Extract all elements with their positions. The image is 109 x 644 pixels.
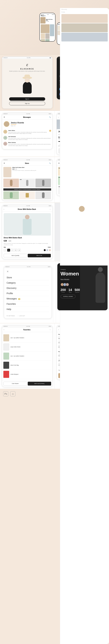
- status-bar-messages: VIRGIN ♥ 4:21 PM 100%: [2, 113, 52, 115]
- product-img-1: [3, 167, 11, 177]
- status-bar-splash: VIRGIN ♥ 4:21 PM ▮▮▮: [2, 57, 52, 59]
- fav-item-2[interactable]: Lamp Cotton Shorts: [3, 342, 51, 352]
- menu-item-discovery[interactable]: Discovery: [7, 286, 49, 291]
- product-detail-price: €29: [4, 240, 7, 242]
- credits-tools: Ps ◇: [3, 391, 15, 396]
- category-content: Category Women New Models 200 Product: [57, 266, 108, 302]
- msg-text-juli: Lorem ipsum dolor sit amet, consectetuer…: [8, 138, 51, 140]
- stat-14-val: 14: [68, 288, 72, 292]
- stat-200-lbl: Product: [61, 292, 66, 293]
- fav-img-5: [3, 371, 9, 378]
- product-name-price-row: Dress With Button Back: [4, 237, 51, 239]
- menu-panel: VIRGIN ♥ 4:21 PM 100% ✕ Store Category D…: [0, 261, 56, 323]
- fav-img-2: [3, 344, 9, 350]
- msg-content-john: John Silver Lorem ipsum dolor sit amet, …: [8, 130, 48, 134]
- tiny-avatar-3: [66, 283, 69, 286]
- size-12[interactable]: 12: [18, 249, 21, 252]
- color-patcher-btn[interactable]: Color Patcher: [3, 382, 27, 386]
- color-black[interactable]: [44, 249, 46, 251]
- color-beige[interactable]: [49, 249, 51, 251]
- splash-signup-btn[interactable]: Sign Up: [9, 102, 45, 105]
- fav-item-1[interactable]: Lute - Up Leather Sneakers: [3, 333, 51, 342]
- close-menu-btn[interactable]: ✕: [7, 270, 49, 273]
- product-price-old-1: €79: [15, 168, 17, 170]
- product-detail-content: Dress With Button Back €29 €99 Made of p…: [2, 212, 52, 259]
- size-6[interactable]: 6: [7, 249, 10, 252]
- favorites-title: Favorites: [23, 329, 31, 331]
- splash-signin-btn[interactable]: Sign In: [9, 97, 45, 101]
- back-icon-checkout[interactable]: ‹: [58, 329, 59, 330]
- store-product-1[interactable]: Wide-Cuff Cotton Shirt €29 €79 Lorem ips…: [3, 167, 51, 177]
- back-icon-profile[interactable]: ‹: [58, 116, 59, 118]
- stat-200-val: 200: [61, 288, 66, 292]
- fav-name-2: Lamp Cotton Shorts: [11, 346, 51, 348]
- stat-500-val: 500: [74, 288, 80, 292]
- product-header: ‹ Dress With Button Back ···: [2, 207, 52, 212]
- size-10[interactable]: 10: [14, 249, 17, 252]
- menu-item-favorites[interactable]: Favorites: [7, 301, 49, 307]
- menu-inner: VIRGIN ♥ 4:21 PM 100% ✕ Store Category D…: [3, 266, 53, 322]
- product-main-image: [4, 213, 51, 236]
- status-bar-favorites: VIRGIN ♥ 4:21 PM 100%: [2, 325, 52, 328]
- back-icon-product[interactable]: ‹: [4, 208, 4, 210]
- add-buttons-row: Add to Quantity Add to Cart: [4, 254, 51, 257]
- menu-bottom: ⚙ SETTINGS → LOG OUT: [7, 315, 49, 316]
- fav-name-3: Lute - Up Leather Sneakers: [11, 356, 51, 356]
- settings-btn[interactable]: ⚙ SETTINGS: [7, 315, 15, 316]
- fav-img-3: [3, 352, 9, 360]
- more-icon-product[interactable]: ···: [50, 208, 51, 210]
- add-to-cart-fav-btn[interactable]: Add to cart (5 items): [28, 382, 51, 386]
- grid-item-6[interactable]: [35, 191, 51, 199]
- menu-icon-store-r[interactable]: ☰: [58, 162, 59, 164]
- messages-title: Messages: [23, 116, 31, 118]
- color-blue[interactable]: [46, 249, 48, 251]
- grid-item-4[interactable]: [3, 191, 19, 199]
- back-icon-fav[interactable]: ‹: [4, 329, 4, 330]
- jesica-inbox: Inbox: 30: [11, 125, 24, 126]
- msg-name-john: John Silver: [8, 130, 48, 131]
- grid-item-1[interactable]: [3, 178, 19, 188]
- logout-btn[interactable]: → LOG OUT: [17, 315, 25, 316]
- search-icon[interactable]: 🔍: [49, 116, 51, 118]
- avatar-row: [61, 283, 104, 286]
- more-icon-fav[interactable]: ···: [50, 329, 51, 330]
- category-stats: 200 Product 14 Model 500 Comment: [61, 288, 104, 293]
- msg-avatar-john: J: [3, 130, 7, 134]
- menu-icon[interactable]: ☰: [4, 116, 5, 118]
- favorites-footer: Color Patcher Add to cart (5 items): [2, 380, 52, 387]
- msg-item-juli[interactable]: S Juli Solomia Lorem ipsum dolor sit ame…: [3, 136, 51, 140]
- search-icon-store[interactable]: 🔍: [49, 162, 51, 164]
- menu-item-messages[interactable]: Messages 3: [7, 296, 49, 301]
- messages-header: ☰ Messages 🔍: [2, 115, 52, 120]
- splash-logo: ε: [26, 62, 28, 67]
- product-detail-price-old: €99: [9, 240, 11, 242]
- add-quantity-btn[interactable]: Add to Quantity: [4, 254, 27, 257]
- msg-content-ellen: Ellen Santos Lorem ipsum dolor sit amet,…: [8, 142, 51, 146]
- fav-item-4[interactable]: About Color Bag: [3, 361, 51, 370]
- menu-item-profile[interactable]: Profile: [7, 291, 49, 296]
- grid-item-2[interactable]: €70: [19, 178, 35, 188]
- jesica-stars: ★★★★★: [11, 124, 24, 125]
- msg-item-john[interactable]: J John Silver Lorem ipsum dolor sit amet…: [3, 130, 51, 134]
- size-8[interactable]: 8: [11, 249, 14, 252]
- category-header-label: Category: [61, 269, 104, 270]
- menu-items-list: Store Category Discovery Profile Message…: [7, 275, 49, 312]
- fav-item-3[interactable]: Lute - Up Leather Sneakers: [3, 352, 51, 361]
- menu-item-store[interactable]: Store: [7, 275, 49, 280]
- add-cart-btn[interactable]: Add to Cart: [28, 254, 51, 257]
- size-row: 4 6 8 10 12: [4, 249, 21, 252]
- stat-500-lbl: Comment: [74, 292, 80, 293]
- splash-screen: ε ELAGANCE Modern products, new trends i…: [2, 59, 52, 108]
- menu-item-category[interactable]: Category: [7, 280, 49, 286]
- msg-avatar-ellen: E: [3, 142, 7, 146]
- grid-item-3[interactable]: [35, 178, 51, 188]
- fav-item-5[interactable]: Cotton Bodysuit: [3, 370, 51, 379]
- hero-phone-main: VIRGIN4:21100% ☰ Store 🔍 Wide-Cuff Cotto…: [39, 13, 55, 42]
- msg-item-ellen[interactable]: E Ellen Santos Lorem ipsum dolor sit ame…: [3, 142, 51, 146]
- jesica-header: Jesica Vicente ★★★★★ Inbox: 30: [2, 120, 52, 128]
- grid-item-5[interactable]: [19, 191, 35, 199]
- menu-icon-store[interactable]: ☰: [4, 162, 5, 164]
- size-4[interactable]: 4: [4, 249, 7, 252]
- menu-item-help[interactable]: Help: [7, 307, 49, 312]
- scroll-down-btn[interactable]: SCROLL DOWN: [61, 295, 75, 298]
